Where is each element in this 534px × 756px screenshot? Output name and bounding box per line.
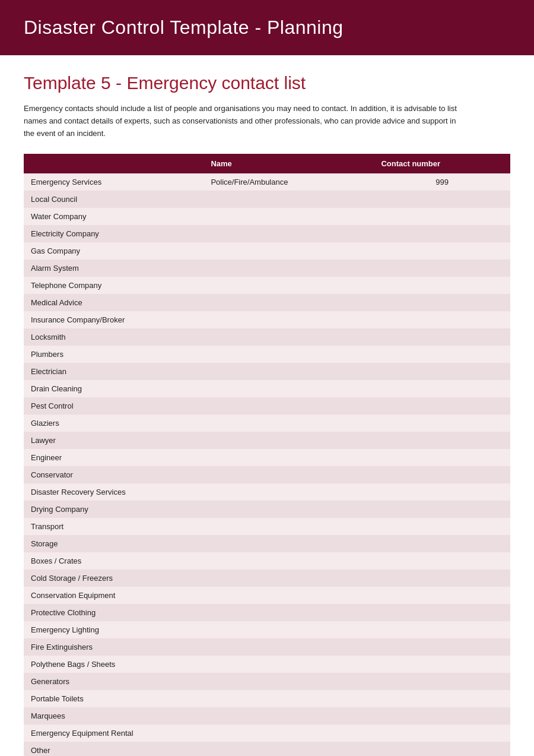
row-category: Protective Clothing bbox=[24, 604, 204, 621]
row-name bbox=[204, 483, 374, 501]
row-contact bbox=[374, 501, 510, 518]
row-category: Boxes / Crates bbox=[24, 552, 204, 570]
table-row: Engineer bbox=[24, 449, 510, 466]
table-row: Electrician bbox=[24, 363, 510, 380]
table-row: Emergency Equipment Rental bbox=[24, 725, 510, 742]
row-contact bbox=[374, 466, 510, 483]
row-contact bbox=[374, 191, 510, 208]
row-category: Emergency Lighting bbox=[24, 621, 204, 638]
row-contact bbox=[374, 604, 510, 621]
row-category: Alarm System bbox=[24, 260, 204, 277]
table-row: Cold Storage / Freezers bbox=[24, 570, 510, 587]
row-name bbox=[204, 707, 374, 725]
row-category: Generators bbox=[24, 673, 204, 690]
table-row: Protective Clothing bbox=[24, 604, 510, 621]
row-category: Plumbers bbox=[24, 346, 204, 363]
row-category: Insurance Company/Broker bbox=[24, 311, 204, 328]
row-category: Marquees bbox=[24, 707, 204, 725]
row-contact bbox=[374, 656, 510, 673]
row-category: Conservator bbox=[24, 466, 204, 483]
table-row: Medical Advice bbox=[24, 294, 510, 311]
row-category: Engineer bbox=[24, 449, 204, 466]
row-name bbox=[204, 449, 374, 466]
row-name bbox=[204, 432, 374, 449]
row-name bbox=[204, 621, 374, 638]
row-contact: 999 bbox=[374, 173, 510, 191]
table-row: Plumbers bbox=[24, 346, 510, 363]
row-name bbox=[204, 260, 374, 277]
table-row: Disaster Recovery Services bbox=[24, 483, 510, 501]
row-contact bbox=[374, 483, 510, 501]
table-row: Generators bbox=[24, 673, 510, 690]
row-contact bbox=[374, 432, 510, 449]
row-name bbox=[204, 501, 374, 518]
row-name bbox=[204, 587, 374, 604]
row-name bbox=[204, 742, 374, 756]
table-row: Storage bbox=[24, 535, 510, 552]
row-name bbox=[204, 380, 374, 397]
row-contact bbox=[374, 587, 510, 604]
row-contact bbox=[374, 742, 510, 756]
row-name bbox=[204, 638, 374, 656]
table-row: Boxes / Crates bbox=[24, 552, 510, 570]
row-category: Water Company bbox=[24, 208, 204, 225]
row-category: Portable Toilets bbox=[24, 690, 204, 707]
row-name bbox=[204, 656, 374, 673]
table-row: Marquees bbox=[24, 707, 510, 725]
row-contact bbox=[374, 638, 510, 656]
row-name bbox=[204, 415, 374, 432]
row-name bbox=[204, 328, 374, 346]
row-name bbox=[204, 690, 374, 707]
row-name bbox=[204, 535, 374, 552]
row-category: Cold Storage / Freezers bbox=[24, 570, 204, 587]
table-row: Alarm System bbox=[24, 260, 510, 277]
row-contact bbox=[374, 690, 510, 707]
row-contact bbox=[374, 380, 510, 397]
row-name bbox=[204, 225, 374, 242]
row-name bbox=[204, 397, 374, 415]
row-contact bbox=[374, 328, 510, 346]
row-contact bbox=[374, 621, 510, 638]
table-row: Portable Toilets bbox=[24, 690, 510, 707]
table-row: Transport bbox=[24, 518, 510, 535]
row-category: Lawyer bbox=[24, 432, 204, 449]
row-contact bbox=[374, 225, 510, 242]
table-row: Fire Extinguishers bbox=[24, 638, 510, 656]
table-row: Locksmith bbox=[24, 328, 510, 346]
row-contact bbox=[374, 363, 510, 380]
row-name bbox=[204, 311, 374, 328]
row-contact bbox=[374, 260, 510, 277]
row-category: Emergency Services bbox=[24, 173, 204, 191]
header-title: Disaster Control Template - Planning bbox=[24, 17, 510, 39]
row-name bbox=[204, 208, 374, 225]
row-category: Storage bbox=[24, 535, 204, 552]
row-contact bbox=[374, 208, 510, 225]
row-category: Local Council bbox=[24, 191, 204, 208]
row-name bbox=[204, 346, 374, 363]
table-row: Electricity Company bbox=[24, 225, 510, 242]
table-row: Telephone Company bbox=[24, 277, 510, 294]
row-contact bbox=[374, 449, 510, 466]
col-header-name: Name bbox=[204, 154, 374, 173]
row-name bbox=[204, 294, 374, 311]
row-name bbox=[204, 570, 374, 587]
row-category: Transport bbox=[24, 518, 204, 535]
row-category: Glaziers bbox=[24, 415, 204, 432]
row-category: Drain Cleaning bbox=[24, 380, 204, 397]
table-row: Lawyer bbox=[24, 432, 510, 449]
row-name bbox=[204, 518, 374, 535]
row-category: Conservation Equipment bbox=[24, 587, 204, 604]
row-category: Electricity Company bbox=[24, 225, 204, 242]
row-category: Gas Company bbox=[24, 242, 204, 260]
row-name bbox=[204, 552, 374, 570]
table-row: Pest Control bbox=[24, 397, 510, 415]
row-contact bbox=[374, 346, 510, 363]
row-category: Emergency Equipment Rental bbox=[24, 725, 204, 742]
row-contact bbox=[374, 277, 510, 294]
row-contact bbox=[374, 725, 510, 742]
row-name bbox=[204, 604, 374, 621]
row-contact bbox=[374, 415, 510, 432]
row-name bbox=[204, 277, 374, 294]
col-header-contact: Contact number bbox=[374, 154, 510, 173]
page-description: Emergency contacts should include a list… bbox=[24, 103, 463, 140]
